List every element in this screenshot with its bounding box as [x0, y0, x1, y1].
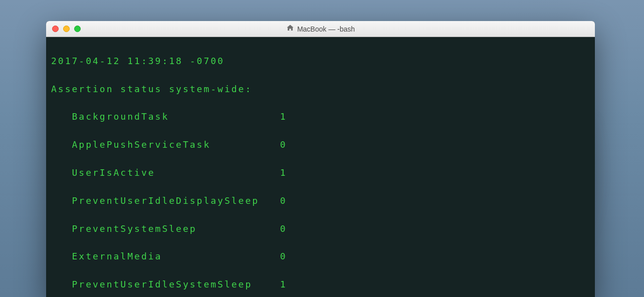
assertion-row: PreventUserIdleDisplaySleep 0: [51, 194, 590, 208]
window-title-wrap: MacBook — -bash: [46, 24, 595, 34]
window-title: MacBook — -bash: [297, 25, 355, 33]
assertion-name: UserIsActive: [51, 167, 155, 178]
assertion-row: PreventUserIdleSystemSleep 1: [51, 277, 590, 291]
traffic-lights: [46, 26, 81, 32]
assertion-value: 0: [280, 139, 287, 150]
assertion-header: Assertion status system-wide:: [51, 82, 590, 96]
terminal-window: MacBook — -bash 2017-04-12 11:39:18 -070…: [46, 21, 595, 297]
timestamp-line: 2017-04-12 11:39:18 -0700: [51, 54, 590, 68]
assertion-value: 1: [280, 279, 287, 289]
assertion-value: 1: [280, 111, 287, 122]
assertion-value: 0: [280, 195, 287, 206]
close-button[interactable]: [52, 26, 59, 32]
assertion-row: BackgroundTask 1: [51, 110, 590, 124]
assertion-name: PreventSystemSleep: [51, 223, 197, 234]
assertion-name: PreventUserIdleDisplaySleep: [51, 195, 259, 206]
assertion-value: 1: [280, 167, 287, 178]
assertion-row: ApplePushServiceTask 0: [51, 138, 590, 152]
home-icon: [286, 24, 294, 34]
window-titlebar[interactable]: MacBook — -bash: [46, 21, 595, 37]
assertion-row: ExternalMedia 0: [51, 249, 590, 263]
terminal-body[interactable]: 2017-04-12 11:39:18 -0700 Assertion stat…: [46, 37, 595, 297]
assertion-row: UserIsActive 1: [51, 166, 590, 180]
assertion-value: 0: [280, 251, 287, 261]
assertion-name: ExternalMedia: [51, 251, 162, 261]
assertion-name: BackgroundTask: [51, 111, 169, 122]
assertion-row: PreventSystemSleep 0: [51, 222, 590, 236]
assertion-value: 0: [280, 223, 287, 234]
zoom-button[interactable]: [74, 26, 81, 32]
minimize-button[interactable]: [63, 26, 70, 32]
assertion-name: ApplePushServiceTask: [51, 139, 210, 150]
assertion-name: PreventUserIdleSystemSleep: [51, 279, 252, 289]
